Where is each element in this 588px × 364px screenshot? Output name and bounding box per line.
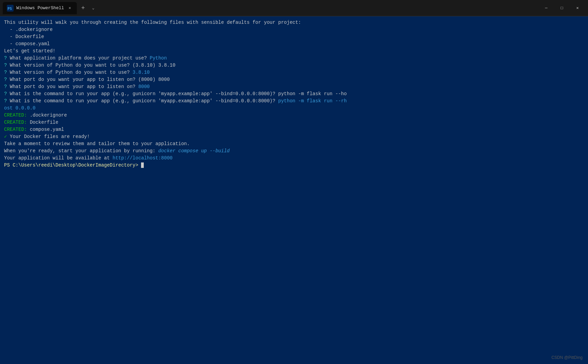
svg-text:PS: PS — [7, 6, 12, 11]
terminal-line: ? What is the command to run your app (e… — [4, 90, 584, 98]
terminal-cursor — [141, 162, 144, 168]
terminal-line: ? What is the command to run your app (e… — [4, 98, 584, 105]
tab-close-button[interactable]: ✕ — [67, 5, 73, 11]
watermark: CSDN @PittDing — [551, 355, 583, 360]
terminal-line: - .dockerignore — [4, 26, 584, 33]
titlebar: PS Windows PowerShell ✕ + ⌄ ─ □ ✕ — [0, 0, 588, 16]
terminal-line: - Dockerfile — [4, 33, 584, 40]
window-controls: ─ □ ✕ — [538, 3, 585, 14]
minimize-button[interactable]: ─ — [538, 3, 554, 14]
terminal-line: Your application will be available at ht… — [4, 155, 584, 162]
terminal-line: Take a moment to review them and tailor … — [4, 140, 584, 148]
terminal-content: This utility will walk you through creat… — [0, 16, 588, 364]
terminal-line: ? What port do you want your app to list… — [4, 76, 584, 83]
terminal-line: CREATED: .dockerignore — [4, 112, 584, 119]
terminal-line: ost 0.0.0.0 — [4, 105, 584, 112]
terminal-line: CREATED: Dockerfile — [4, 119, 584, 126]
terminal-line: - compose.yaml — [4, 40, 584, 48]
terminal-line: PS C:\Users\reedi\Desktop\DockerImageDir… — [4, 162, 584, 169]
terminal-line: ? What application platform does your pr… — [4, 55, 584, 62]
maximize-button[interactable]: □ — [554, 3, 570, 14]
powershell-icon: PS — [7, 5, 14, 12]
terminal-line: When you're ready, start your applicatio… — [4, 148, 584, 155]
window-close-button[interactable]: ✕ — [570, 3, 585, 14]
terminal-line: ? What version of Python do you want to … — [4, 62, 584, 69]
terminal-line: This utility will walk you through creat… — [4, 19, 584, 26]
terminal-line: ? What version of Python do you want to … — [4, 69, 584, 76]
terminal-line: CREATED: compose.yaml — [4, 126, 584, 133]
new-tab-button[interactable]: + — [77, 3, 88, 14]
terminal-line: ✓ Your Docker files are ready! — [4, 133, 584, 140]
terminal-tab[interactable]: PS Windows PowerShell ✕ — [3, 2, 77, 14]
terminal-line: ? What port do you want your app to list… — [4, 83, 584, 90]
terminal-line: Let's get started! — [4, 48, 584, 55]
tab-dropdown-button[interactable]: ⌄ — [88, 3, 98, 13]
tab-title: Windows PowerShell — [16, 5, 64, 11]
